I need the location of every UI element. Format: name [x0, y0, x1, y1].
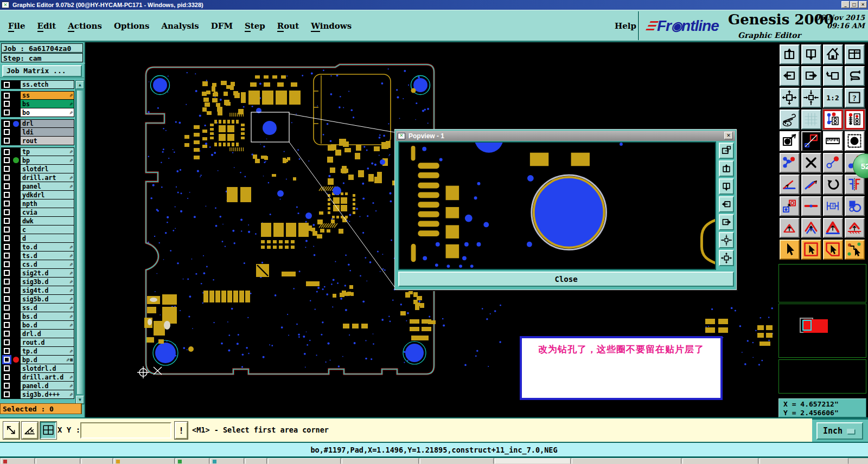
grid-xy-button[interactable]	[40, 422, 56, 439]
popview-expand-view-button[interactable]	[719, 250, 734, 266]
tool-zoom-out-button[interactable]	[801, 44, 821, 65]
popview-pan-right-button[interactable]	[719, 214, 734, 230]
tool-cursor-frame-button[interactable]	[801, 240, 821, 260]
taskbar-item[interactable]	[81, 458, 113, 464]
layer-visibility-checkbox[interactable]	[2, 217, 12, 225]
layer-color-swatch[interactable]	[12, 128, 21, 136]
layer-row-ss.d[interactable]: ss.d✎	[1, 304, 74, 312]
layer-row-panel[interactable]: panel✎	[1, 182, 74, 191]
layer-visibility-checkbox[interactable]	[2, 225, 12, 234]
taskbar-item[interactable]	[268, 458, 341, 464]
layer-visibility-checkbox[interactable]	[2, 137, 12, 145]
tool-width-gauge-button[interactable]: 4	[823, 196, 843, 216]
layer-color-swatch[interactable]	[12, 390, 21, 398]
layer-color-swatch[interactable]	[12, 217, 21, 225]
layer-visibility-checkbox[interactable]	[2, 373, 12, 381]
layer-visibility-checkbox[interactable]	[2, 312, 12, 320]
menu-step[interactable]: Step	[245, 21, 265, 31]
layer-color-swatch[interactable]	[12, 338, 21, 346]
layer-row-panel.d[interactable]: panel.d✎	[1, 382, 74, 390]
layer-color-swatch[interactable]	[12, 304, 21, 312]
layer-color-swatch[interactable]	[12, 148, 21, 156]
taskbar-item[interactable]	[342, 458, 419, 464]
layer-visibility-checkbox[interactable]	[2, 108, 12, 117]
layer-row-drill.art[interactable]: drill.art✎	[1, 173, 74, 182]
menu-options[interactable]: Options	[114, 21, 150, 31]
layer-visibility-checkbox[interactable]	[2, 286, 12, 294]
layer-visibility-checkbox[interactable]	[2, 382, 12, 390]
minimize-button[interactable]: _	[841, 1, 850, 8]
taskbar-item[interactable]	[176, 458, 209, 464]
layer-row-to.d[interactable]: to.d✎	[1, 243, 74, 252]
layer-row-bs.d[interactable]: bs.d✎	[1, 312, 74, 321]
tool-pad-stack-button[interactable]	[780, 196, 800, 216]
tool-move-object-button[interactable]	[780, 131, 800, 151]
tool-slope-line-button[interactable]	[801, 175, 821, 195]
layer-row-slotdrl.d[interactable]: slotdrl.d	[1, 364, 74, 373]
popview-window[interactable]: ✕ Popview - 1 ✕ Close	[394, 129, 737, 290]
layer-row-sig3b.d+++[interactable]: sig3b.d+++✎	[1, 390, 74, 399]
taskbar-item[interactable]	[114, 458, 175, 464]
layer-visibility-checkbox[interactable]	[2, 173, 12, 182]
layer-row-bo[interactable]: bo✎	[1, 108, 74, 117]
tool-net-red-b-button[interactable]	[845, 109, 865, 130]
layer-row-ss.etch[interactable]: ss.etch	[1, 80, 74, 89]
tool-home-view-button[interactable]	[823, 44, 843, 65]
layer-row-dwk[interactable]: dwk	[1, 217, 74, 225]
tool-shape-group-button[interactable]	[845, 196, 865, 216]
resize-handle-button[interactable]	[3, 422, 20, 439]
layer-visibility-checkbox[interactable]	[2, 269, 12, 277]
layer-row-rout.d[interactable]: rout.d	[1, 338, 74, 347]
layer-color-swatch[interactable]	[12, 137, 21, 145]
menu-actions[interactable]: Actions	[68, 21, 102, 31]
layer-visibility-checkbox[interactable]	[2, 295, 12, 303]
tool-triangle-fill-button[interactable]	[780, 218, 800, 238]
layer-row-bo.d[interactable]: bo.d✎	[1, 321, 74, 330]
layer-visibility-checkbox[interactable]	[2, 304, 12, 312]
layer-color-swatch[interactable]	[12, 243, 21, 251]
layer-color-swatch[interactable]	[12, 81, 21, 88]
layer-color-swatch[interactable]	[12, 100, 21, 108]
scroll-thumb[interactable]	[77, 91, 83, 394]
layer-color-swatch[interactable]	[12, 382, 21, 390]
layer-color-swatch[interactable]	[12, 108, 21, 117]
layer-color-swatch[interactable]	[12, 92, 21, 99]
maximize-button[interactable]: □	[850, 1, 858, 8]
layer-row-cvia[interactable]: cvia	[1, 208, 74, 217]
layer-visibility-checkbox[interactable]	[2, 120, 12, 127]
tool-view-back-button[interactable]	[823, 66, 843, 86]
taskbar-item[interactable]	[36, 458, 80, 464]
layer-visibility-checkbox[interactable]	[2, 156, 12, 164]
unit-selector[interactable]: Inch	[816, 422, 863, 440]
menu-windows[interactable]: Windows	[311, 21, 352, 31]
layer-visibility-checkbox[interactable]	[2, 128, 12, 136]
layer-visibility-checkbox[interactable]	[2, 199, 12, 208]
layer-visibility-checkbox[interactable]	[2, 165, 12, 173]
layer-visibility-checkbox[interactable]	[2, 81, 12, 88]
tool-triangle-outline-button[interactable]	[801, 218, 821, 238]
scroll-up-icon[interactable]: ▲	[76, 81, 84, 89]
layer-color-swatch[interactable]	[12, 165, 21, 173]
layer-row-ss[interactable]: ss✎	[1, 91, 74, 100]
layer-visibility-checkbox[interactable]	[2, 100, 12, 108]
layer-visibility-checkbox[interactable]	[2, 330, 12, 338]
layer-visibility-checkbox[interactable]	[2, 148, 12, 156]
popview-pan-left-button[interactable]	[719, 196, 734, 212]
layer-row-cs.d[interactable]: cs.d✎	[1, 260, 74, 269]
angle-snap-button[interactable]	[22, 422, 38, 439]
tool-endpoint-grow-button[interactable]	[823, 153, 843, 173]
layer-color-swatch[interactable]	[12, 295, 21, 303]
layer-row-c[interactable]: c	[1, 225, 74, 234]
layer-color-swatch[interactable]	[12, 252, 21, 260]
layer-color-swatch[interactable]	[12, 199, 21, 208]
tool-triangle-hatch-button[interactable]	[845, 218, 865, 238]
layer-row-tp[interactable]: tp✎	[1, 147, 74, 156]
taskbar-item[interactable]	[572, 458, 681, 464]
layer-visibility-checkbox[interactable]	[2, 356, 12, 364]
tool-angle-measure-button[interactable]	[780, 175, 800, 195]
layer-color-swatch[interactable]	[12, 312, 21, 320]
popview-zoom-in-button[interactable]	[719, 160, 734, 177]
alert-button[interactable]: !	[175, 422, 188, 439]
layer-color-swatch[interactable]	[12, 373, 21, 381]
layer-row-ydkdrl[interactable]: ydkdrl	[1, 191, 74, 199]
